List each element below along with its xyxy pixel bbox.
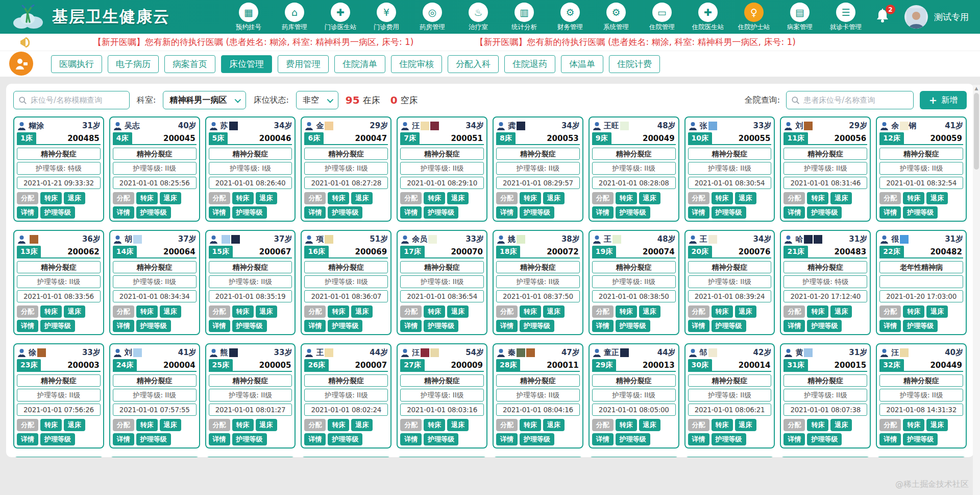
detail-button[interactable]: 详情 xyxy=(113,433,134,445)
assign-button[interactable]: 分配 xyxy=(496,305,518,318)
assign-button[interactable]: 分配 xyxy=(592,419,614,431)
dept-select[interactable]: 精神科男一病区 xyxy=(163,91,246,109)
checkout-bed-button[interactable]: 退床 xyxy=(830,305,852,318)
transfer-bed-button[interactable]: 转床 xyxy=(807,419,828,431)
nursing-level-button[interactable]: 护理等级 xyxy=(520,433,554,445)
nursing-level-button[interactable]: 护理等级 xyxy=(328,320,362,332)
nursing-level-button[interactable]: 护理等级 xyxy=(424,206,458,219)
checkout-bed-button[interactable]: 退床 xyxy=(64,419,85,431)
detail-button[interactable]: 详情 xyxy=(17,433,38,445)
detail-button[interactable]: 详情 xyxy=(592,320,614,332)
tab-4[interactable]: 床位管理 xyxy=(221,55,272,73)
transfer-bed-button[interactable]: 转床 xyxy=(424,305,445,318)
transfer-bed-button[interactable]: 转床 xyxy=(903,419,924,431)
nursing-level-button[interactable]: 护理等级 xyxy=(616,206,650,219)
detail-button[interactable]: 详情 xyxy=(304,433,326,445)
checkout-bed-button[interactable]: 退床 xyxy=(351,419,373,431)
nursing-level-button[interactable]: 护理等级 xyxy=(807,320,842,332)
assign-button[interactable]: 分配 xyxy=(879,192,901,204)
tab-7[interactable]: 住院审核 xyxy=(391,55,442,73)
assign-button[interactable]: 分配 xyxy=(17,305,38,318)
assign-button[interactable]: 分配 xyxy=(783,305,805,318)
nursing-level-button[interactable]: 护理等级 xyxy=(232,320,267,332)
topnav-item-8[interactable]: ⚙财务管理 xyxy=(553,3,587,32)
bed-status-select[interactable]: 非空 xyxy=(296,91,338,109)
topnav-item-5[interactable]: ◎药房管理 xyxy=(415,3,449,32)
detail-button[interactable]: 详情 xyxy=(400,320,422,332)
patient-menu-button[interactable] xyxy=(9,52,33,76)
nursing-level-button[interactable]: 护理等级 xyxy=(903,206,938,219)
assign-button[interactable]: 分配 xyxy=(688,419,709,431)
assign-button[interactable]: 分配 xyxy=(688,305,709,318)
checkout-bed-button[interactable]: 退床 xyxy=(639,419,660,431)
detail-button[interactable]: 详情 xyxy=(17,206,38,219)
tab-2[interactable]: 电子病历 xyxy=(108,55,159,73)
checkout-bed-button[interactable]: 退床 xyxy=(735,419,756,431)
assign-button[interactable]: 分配 xyxy=(400,192,422,204)
topnav-item-12[interactable]: ♀住院护士站 xyxy=(737,3,771,32)
transfer-bed-button[interactable]: 转床 xyxy=(520,192,541,204)
assign-button[interactable]: 分配 xyxy=(783,192,805,204)
transfer-bed-button[interactable]: 转床 xyxy=(328,305,349,318)
detail-button[interactable]: 详情 xyxy=(209,433,230,445)
nursing-level-button[interactable]: 护理等级 xyxy=(232,206,267,219)
detail-button[interactable]: 详情 xyxy=(400,433,422,445)
nursing-level-button[interactable]: 护理等级 xyxy=(40,433,75,445)
nursing-level-button[interactable]: 护理等级 xyxy=(40,206,75,219)
assign-button[interactable]: 分配 xyxy=(209,192,230,204)
transfer-bed-button[interactable]: 转床 xyxy=(136,192,158,204)
assign-button[interactable]: 分配 xyxy=(592,192,614,204)
topnav-item-10[interactable]: ▭住院管理 xyxy=(645,3,679,32)
nursing-level-button[interactable]: 护理等级 xyxy=(616,433,650,445)
nursing-level-button[interactable]: 护理等级 xyxy=(712,320,746,332)
assign-button[interactable]: 分配 xyxy=(209,305,230,318)
checkout-bed-button[interactable]: 退床 xyxy=(639,192,660,204)
hospital-search-input[interactable] xyxy=(803,96,908,105)
transfer-bed-button[interactable]: 转床 xyxy=(40,192,62,204)
detail-button[interactable]: 详情 xyxy=(688,433,709,445)
nursing-level-button[interactable]: 护理等级 xyxy=(136,320,171,332)
nursing-level-button[interactable]: 护理等级 xyxy=(424,320,458,332)
checkout-bed-button[interactable]: 退床 xyxy=(160,305,181,318)
detail-button[interactable]: 详情 xyxy=(113,320,134,332)
transfer-bed-button[interactable]: 转床 xyxy=(328,419,349,431)
transfer-bed-button[interactable]: 转床 xyxy=(232,419,254,431)
nursing-level-button[interactable]: 护理等级 xyxy=(232,433,267,445)
transfer-bed-button[interactable]: 转床 xyxy=(136,419,158,431)
nursing-level-button[interactable]: 护理等级 xyxy=(712,206,746,219)
tab-5[interactable]: 费用管理 xyxy=(278,55,329,73)
assign-button[interactable]: 分配 xyxy=(209,419,230,431)
scrollbar-thumb[interactable] xyxy=(974,93,979,170)
assign-button[interactable]: 分配 xyxy=(496,419,518,431)
scrollbar[interactable]: ▲ xyxy=(973,85,980,495)
transfer-bed-button[interactable]: 转床 xyxy=(616,305,637,318)
nursing-level-button[interactable]: 护理等级 xyxy=(136,206,171,219)
assign-button[interactable]: 分配 xyxy=(304,419,326,431)
assign-button[interactable]: 分配 xyxy=(879,305,901,318)
detail-button[interactable]: 详情 xyxy=(688,320,709,332)
tab-3[interactable]: 病案首页 xyxy=(164,55,215,73)
detail-button[interactable]: 详情 xyxy=(783,433,805,445)
assign-button[interactable]: 分配 xyxy=(400,305,422,318)
assign-button[interactable]: 分配 xyxy=(304,192,326,204)
assign-button[interactable]: 分配 xyxy=(879,419,901,431)
checkout-bed-button[interactable]: 退床 xyxy=(256,305,277,318)
nursing-level-button[interactable]: 护理等级 xyxy=(712,433,746,445)
transfer-bed-button[interactable]: 转床 xyxy=(903,305,924,318)
checkout-bed-button[interactable]: 退床 xyxy=(256,419,277,431)
user-name[interactable]: 测试专用 xyxy=(934,11,969,23)
checkout-bed-button[interactable]: 退床 xyxy=(926,305,948,318)
detail-button[interactable]: 详情 xyxy=(496,433,518,445)
topnav-item-4[interactable]: ¥门诊费用 xyxy=(370,3,403,32)
checkout-bed-button[interactable]: 退床 xyxy=(351,305,373,318)
topnav-item-14[interactable]: ☰就诊卡管理 xyxy=(829,3,863,32)
transfer-bed-button[interactable]: 转床 xyxy=(40,305,62,318)
detail-button[interactable]: 详情 xyxy=(879,320,901,332)
checkout-bed-button[interactable]: 退床 xyxy=(160,419,181,431)
checkout-bed-button[interactable]: 退床 xyxy=(926,419,948,431)
detail-button[interactable]: 详情 xyxy=(783,320,805,332)
assign-button[interactable]: 分配 xyxy=(113,419,134,431)
detail-button[interactable]: 详情 xyxy=(688,206,709,219)
tab-6[interactable]: 住院清单 xyxy=(334,55,385,73)
checkout-bed-button[interactable]: 退床 xyxy=(543,419,565,431)
